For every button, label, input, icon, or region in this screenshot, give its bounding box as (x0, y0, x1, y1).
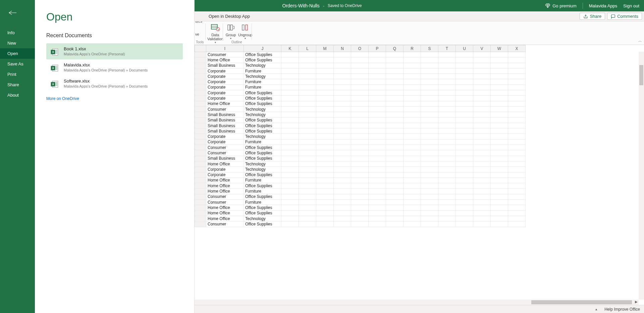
cell[interactable]: Corporate (206, 79, 244, 85)
row-header[interactable] (195, 57, 206, 63)
row-header[interactable] (195, 128, 206, 134)
cell[interactable] (404, 183, 421, 189)
cell[interactable] (404, 200, 421, 205)
cell[interactable] (491, 183, 508, 189)
cell[interactable] (438, 74, 456, 79)
cell[interactable] (369, 79, 386, 85)
cell[interactable] (508, 200, 526, 205)
statusbar-menu-icon[interactable]: ▲ (595, 308, 598, 311)
cell[interactable] (369, 63, 386, 68)
cell[interactable]: Consumer (206, 52, 244, 57)
cell[interactable] (456, 90, 473, 96)
cell[interactable]: Home Office (206, 189, 244, 194)
cell[interactable] (281, 52, 299, 57)
more-on-onedrive-link[interactable]: More on OneDrive (46, 96, 183, 101)
column-header[interactable]: Q (386, 45, 404, 52)
cell[interactable] (351, 172, 369, 177)
cell[interactable] (299, 101, 316, 106)
cell[interactable] (491, 156, 508, 161)
cell[interactable] (456, 112, 473, 117)
cell[interactable] (299, 85, 316, 90)
cell[interactable] (369, 200, 386, 205)
cell[interactable] (369, 150, 386, 156)
cell[interactable] (299, 216, 316, 221)
row-header[interactable] (195, 139, 206, 145)
cell[interactable]: Office Supplies (244, 101, 281, 106)
cell[interactable] (491, 221, 508, 227)
cell[interactable] (299, 205, 316, 210)
cell[interactable] (456, 79, 473, 85)
cell[interactable] (491, 106, 508, 112)
cell[interactable] (334, 68, 351, 73)
cell[interactable] (473, 167, 491, 172)
cell[interactable] (386, 205, 404, 210)
cell[interactable] (369, 177, 386, 183)
cell[interactable] (334, 52, 351, 57)
row-header[interactable] (195, 74, 206, 79)
cell[interactable] (491, 145, 508, 150)
back-button[interactable] (0, 9, 35, 28)
cell[interactable] (421, 134, 438, 139)
cell[interactable] (456, 134, 473, 139)
cell[interactable] (316, 106, 334, 112)
cell[interactable] (404, 150, 421, 156)
cell[interactable] (404, 205, 421, 210)
row-header[interactable] (195, 145, 206, 150)
cell[interactable] (473, 150, 491, 156)
cell[interactable] (404, 117, 421, 123)
cell[interactable] (508, 205, 526, 210)
cell[interactable] (456, 205, 473, 210)
cell[interactable] (369, 123, 386, 128)
row-header[interactable] (195, 85, 206, 90)
cell[interactable] (334, 216, 351, 221)
row-header[interactable] (195, 200, 206, 205)
cell[interactable] (421, 150, 438, 156)
cell[interactable] (316, 128, 334, 134)
cell[interactable] (351, 57, 369, 63)
open-in-desktop-button[interactable]: Open in Desktop App (209, 14, 250, 19)
cell[interactable] (473, 161, 491, 166)
nav-print[interactable]: Print (0, 69, 35, 80)
cell[interactable] (438, 177, 456, 183)
cell[interactable] (404, 90, 421, 96)
cell[interactable] (386, 134, 404, 139)
cell[interactable] (281, 161, 299, 166)
cell[interactable]: Corporate (206, 90, 244, 96)
cell[interactable] (281, 172, 299, 177)
cell[interactable] (369, 85, 386, 90)
cell[interactable] (369, 221, 386, 227)
help-improve-link[interactable]: Help Improve Office (604, 307, 640, 312)
cell[interactable] (281, 106, 299, 112)
cell[interactable] (299, 117, 316, 123)
cell[interactable] (316, 90, 334, 96)
cell[interactable] (456, 63, 473, 68)
cell[interactable]: Consumer (206, 150, 244, 156)
cell[interactable] (316, 210, 334, 216)
data-validation-button[interactable]: Data Validation ▾ (207, 23, 223, 44)
cell[interactable] (404, 68, 421, 73)
cell[interactable] (508, 221, 526, 227)
cell[interactable] (351, 106, 369, 112)
cell[interactable]: Home Office (206, 205, 244, 210)
cell[interactable] (299, 167, 316, 172)
cell[interactable] (334, 200, 351, 205)
cell[interactable]: Consumer (206, 200, 244, 205)
row-header[interactable] (195, 123, 206, 128)
cell[interactable] (508, 106, 526, 112)
cell[interactable]: Corporate (206, 96, 244, 101)
cell[interactable] (369, 194, 386, 199)
cell[interactable] (421, 183, 438, 189)
cell[interactable]: Technology (244, 216, 281, 221)
cell[interactable]: Furniture (244, 139, 281, 145)
cell[interactable] (334, 90, 351, 96)
cell[interactable] (404, 194, 421, 199)
cell[interactable] (316, 139, 334, 145)
cell[interactable] (281, 210, 299, 216)
cell[interactable] (351, 52, 369, 57)
cell[interactable] (491, 57, 508, 63)
cell[interactable] (299, 139, 316, 145)
cell[interactable] (369, 216, 386, 221)
row-header[interactable] (195, 210, 206, 216)
cell[interactable] (386, 183, 404, 189)
document-name[interactable]: Orders-With-Nulls (282, 3, 320, 8)
